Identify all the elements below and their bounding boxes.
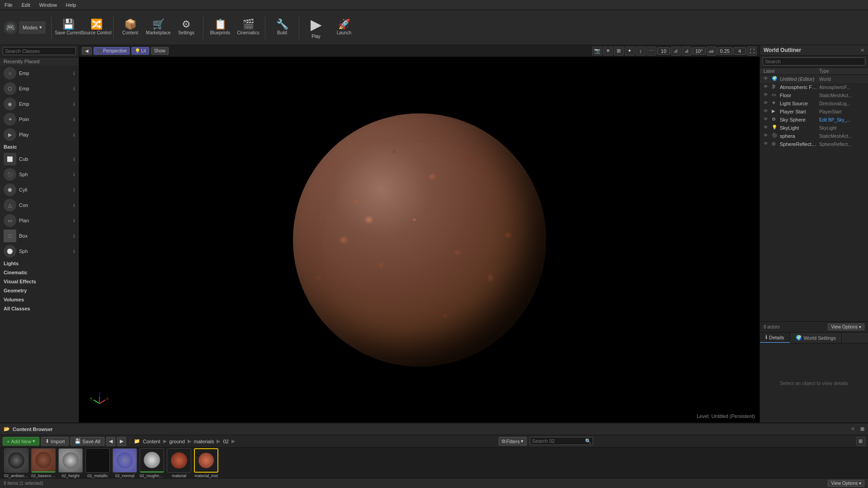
settings-button[interactable]: ⚙ Settings <box>173 13 199 42</box>
cb-item-height[interactable]: 02_height <box>58 448 83 478</box>
grid-size-box[interactable]: 10 <box>657 47 670 55</box>
eye-icon-refl[interactable]: 👁 <box>764 141 770 147</box>
blueprints-button[interactable]: 📋 Blueprints <box>207 13 233 42</box>
panel-item-sph[interactable]: ⚫ Sph ℹ <box>0 167 79 182</box>
outliner-close-btn[interactable]: ✕ <box>860 47 864 53</box>
cb-path-ground[interactable]: ground <box>168 438 187 445</box>
geometry-category[interactable]: Geometry <box>0 286 79 295</box>
camera-icon-btn[interactable]: 📷 <box>592 47 602 56</box>
fullscreen-btn[interactable]: ⛶ <box>747 47 757 56</box>
outliner-item-light-source[interactable]: 👁 ☀ Light Source DirectionalLig... <box>760 99 868 108</box>
grid-angle-btn[interactable]: ⊿ <box>682 47 692 56</box>
eye-icon-player[interactable]: 👁 <box>764 108 770 115</box>
lights-category[interactable]: Lights <box>0 259 79 268</box>
cb-item-roughness[interactable]: 02_roughness <box>139 448 165 478</box>
grid-dots-btn[interactable]: ⋯ <box>646 47 656 56</box>
grid-icon-btn[interactable]: ⊞ <box>614 47 624 56</box>
outliner-item-skylight[interactable]: 👁 💡 SkyLight SkyLight <box>760 124 868 132</box>
angle-box[interactable]: 10° <box>693 47 706 55</box>
eye-icon-light[interactable]: 👁 <box>764 100 770 107</box>
cb-path-materials[interactable]: materials <box>192 438 216 445</box>
build-button[interactable]: 🔧 Build <box>269 13 295 42</box>
panel-item-plan[interactable]: ▭ Plan ℹ <box>0 213 79 228</box>
panel-item-con[interactable]: △ Con ℹ <box>0 197 79 213</box>
content-button[interactable]: 📦 Content <box>117 13 143 42</box>
move-icon-btn[interactable]: ↕ <box>636 47 646 56</box>
filters-button[interactable]: ⧉ Filters ▾ <box>499 437 527 446</box>
viewport-canvas[interactable]: X Y Z Level: Untitled (Persistent) <box>79 57 760 422</box>
speed-box[interactable]: 0.25 <box>717 47 732 55</box>
panel-item-box[interactable]: □ Box ℹ <box>0 228 79 244</box>
volumes-category[interactable]: Volumes <box>0 295 79 304</box>
cb-view-options-btn[interactable]: View Options ▾ <box>828 480 864 487</box>
eye-icon-skylight[interactable]: 👁 <box>764 125 770 131</box>
eye-icon-sky[interactable]: 👁 <box>764 117 770 123</box>
outliner-item-floor[interactable]: 👁 ▭ Floor StaticMeshAct... <box>760 91 868 99</box>
cb-item-metallic[interactable]: 02_metallic <box>85 448 110 478</box>
cb-back-btn[interactable]: ◀ <box>106 437 115 446</box>
cb-item-normal[interactable]: 02_normal <box>112 448 137 478</box>
speed-icon-btn[interactable]: 🏎 <box>707 47 717 56</box>
viewport-back-btn[interactable]: ◀ <box>82 47 92 55</box>
world-settings-tab[interactable]: 🌍 World Settings <box>790 333 842 343</box>
outliner-item-sphere-reflection[interactable]: 👁 ◎ SphereReflectionCapture SphereReflec… <box>760 140 868 148</box>
eye-icon-atm[interactable]: 👁 <box>764 84 770 90</box>
viewport[interactable]: ◀ 🎥 Perspective 💡 Lit Show 📷 ☀ ⊞ ✦ ↕ ⋯ 1… <box>79 45 760 422</box>
eye-icon-sphera[interactable]: 👁 <box>764 133 770 139</box>
panel-item-cub[interactable]: ⬜ Cub ℹ <box>0 151 79 167</box>
details-tab[interactable]: ℹ Details <box>760 333 790 343</box>
cb-right-icon[interactable]: ⊞ <box>860 426 864 432</box>
snap-icon-btn[interactable]: ✦ <box>625 47 635 56</box>
cb-grid-view-btn[interactable]: ⊞ <box>856 437 865 446</box>
show-btn[interactable]: Show <box>151 47 169 55</box>
cb-forward-btn[interactable]: ▶ <box>117 437 126 446</box>
panel-item-play[interactable]: ▶ Play ℹ <box>0 127 79 142</box>
cb-item-material-inst[interactable]: material_Inst <box>193 448 219 478</box>
add-new-button[interactable]: + Add New ▾ <box>3 437 39 446</box>
panel-item-poin[interactable]: ✦ Poin ℹ <box>0 112 79 127</box>
cb-item-ambient[interactable]: 02_ambient_Occlusion <box>4 448 29 478</box>
save-all-button[interactable]: 💾 Save All <box>71 437 104 446</box>
outliner-item-world[interactable]: 👁 🌍 Untitled (Editor) World <box>760 75 868 83</box>
launch-button[interactable]: 🚀 Launch <box>331 13 357 42</box>
modes-dropdown[interactable]: Modes ▾ <box>19 21 46 34</box>
cb-search-btn[interactable]: 🔍 <box>585 438 591 444</box>
sun-icon-btn[interactable]: ☀ <box>603 47 613 56</box>
lit-btn[interactable]: 💡 Lit <box>132 47 149 55</box>
panel-item-cyli[interactable]: ⬟ Cyli ℹ <box>0 182 79 197</box>
cb-path-content[interactable]: Content <box>141 438 162 445</box>
outliner-item-sphera[interactable]: 👁 ⚫ sphera StaticMeshAct... <box>760 132 868 140</box>
cb-item-basecolor[interactable]: 02_basecolor <box>31 448 56 478</box>
save-current-button[interactable]: 💾 Save Current <box>55 13 81 42</box>
menu-help[interactable]: Help <box>64 1 78 9</box>
eye-icon-floor[interactable]: 👁 <box>764 92 770 99</box>
panel-item-emp3[interactable]: ◉ Emp ℹ <box>0 96 79 112</box>
marketplace-button[interactable]: 🛒 Marketplace <box>145 13 171 42</box>
cinematics-button[interactable]: 🎬 Cinematics <box>235 13 261 42</box>
cb-item-material[interactable]: material <box>166 448 192 478</box>
panel-item-emp1[interactable]: ○ Emp ℹ <box>0 66 79 81</box>
content-browser-close-btn[interactable]: ✕ <box>851 426 855 432</box>
outliner-item-atm-fog[interactable]: 👁 🌫 Atmospheric Fog AtmosphericF... <box>760 83 868 91</box>
cinematic-category[interactable]: Cinematic <box>0 268 79 277</box>
basic-category[interactable]: Basic <box>0 142 79 151</box>
menu-edit[interactable]: Edit <box>20 1 32 9</box>
source-control-button[interactable]: 🔀 Source Control <box>83 13 109 42</box>
play-button[interactable]: ▶ Play <box>303 13 329 42</box>
panel-item-emp2[interactable]: ⬡ Emp ℹ <box>0 81 79 96</box>
cb-search-input[interactable] <box>530 437 593 445</box>
search-classes-input[interactable] <box>3 47 76 55</box>
outliner-item-sky-sphere[interactable]: 👁 ⚙ Sky Sphere Edit BP_Sky_... <box>760 116 868 124</box>
grid-angle-icon[interactable]: ⊿ <box>671 47 681 56</box>
eye-icon-world[interactable]: 👁 <box>764 76 770 82</box>
outliner-view-options-btn[interactable]: View Options ▾ <box>828 324 864 330</box>
all-classes-category[interactable]: All Classes <box>0 304 79 313</box>
recently-placed-header[interactable]: Recently Placed <box>0 57 79 66</box>
outliner-search-input[interactable] <box>763 57 865 66</box>
menu-file[interactable]: File <box>3 1 14 9</box>
num4-box[interactable]: 4 <box>733 47 746 55</box>
menu-window[interactable]: Window <box>38 1 59 9</box>
import-button[interactable]: ⬇ Import <box>41 437 69 446</box>
visual-effects-category[interactable]: Visual Effects <box>0 277 79 286</box>
outliner-item-player-start[interactable]: 👁 ▶ Player Start PlayerStart <box>760 108 868 116</box>
